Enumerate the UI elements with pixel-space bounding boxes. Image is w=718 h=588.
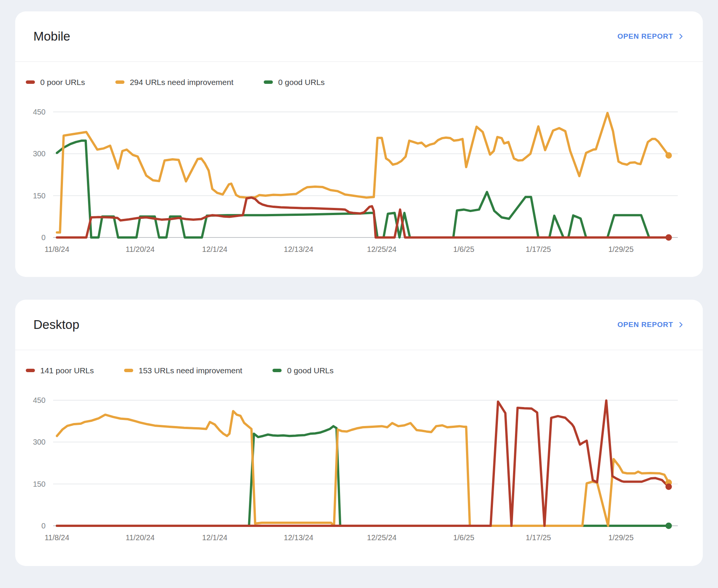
open-report-link[interactable]: OPEN REPORT <box>617 321 685 329</box>
legend-swatch-need-improvement-icon <box>115 80 124 84</box>
legend-label-poor: 141 poor URLs <box>40 366 94 375</box>
y-axis-labels: 0150300450 <box>33 396 46 530</box>
series-poor-URLs <box>57 401 669 526</box>
series-good-URLs <box>57 141 669 237</box>
svg-text:0: 0 <box>41 233 46 242</box>
open-report-label: OPEN REPORT <box>617 32 673 41</box>
legend-swatch-poor-icon <box>26 369 35 372</box>
series-URLs-need-improvement <box>57 113 669 233</box>
legend-item-poor[interactable]: 0 poor URLs <box>26 78 85 87</box>
svg-text:150: 150 <box>33 480 46 488</box>
legend: 141 poor URLs 153 URLs need improvement … <box>15 350 703 379</box>
legend-label-poor: 0 poor URLs <box>40 78 85 87</box>
svg-text:450: 450 <box>33 396 46 404</box>
svg-text:0: 0 <box>41 522 46 530</box>
svg-text:11/20/24: 11/20/24 <box>126 533 154 542</box>
legend-label-need-improvement: 294 URLs need improvement <box>130 78 233 87</box>
series-end-dot-URLs-need-improvement <box>666 152 672 159</box>
chart-canvas: 015030045011/8/2411/20/2412/1/2412/13/24… <box>15 91 703 266</box>
legend-label-good: 0 good URLs <box>287 366 334 375</box>
mobile-card: Mobile OPEN REPORT 0 poor URLs 294 URLs … <box>15 11 703 277</box>
desktop-card-header: Desktop OPEN REPORT <box>15 300 703 350</box>
legend-swatch-good-icon <box>272 369 282 372</box>
svg-text:12/1/24: 12/1/24 <box>202 245 228 253</box>
svg-text:150: 150 <box>33 192 46 200</box>
series-good-URLs <box>57 426 669 526</box>
svg-text:1/17/25: 1/17/25 <box>526 245 551 253</box>
open-report-link[interactable]: OPEN REPORT <box>617 32 685 41</box>
legend-item-need-improvement[interactable]: 153 URLs need improvement <box>124 366 242 375</box>
svg-text:12/1/24: 12/1/24 <box>202 533 228 542</box>
svg-text:12/13/24: 12/13/24 <box>284 533 313 542</box>
svg-text:450: 450 <box>33 108 46 116</box>
mobile-card-header: Mobile OPEN REPORT <box>15 11 703 61</box>
legend-label-good: 0 good URLs <box>278 78 325 87</box>
chart-canvas: 015030045011/8/2411/20/2412/1/2412/13/24… <box>15 379 703 554</box>
legend-swatch-good-icon <box>264 80 273 84</box>
x-axis-labels: 11/8/2411/20/2412/1/2412/13/2412/25/241/… <box>44 245 633 253</box>
svg-text:1/17/25: 1/17/25 <box>526 533 551 542</box>
legend-swatch-need-improvement-icon <box>124 369 133 372</box>
svg-text:11/8/24: 11/8/24 <box>44 533 69 542</box>
legend-label-need-improvement: 153 URLs need improvement <box>139 366 242 375</box>
svg-text:12/25/24: 12/25/24 <box>367 245 397 253</box>
legend-item-good[interactable]: 0 good URLs <box>272 366 334 375</box>
mobile-cwv-line-chart[interactable]: 015030045011/8/2411/20/2412/1/2412/13/24… <box>15 91 703 266</box>
desktop-card: Desktop OPEN REPORT 141 poor URLs 153 UR… <box>15 300 703 566</box>
svg-text:300: 300 <box>33 438 46 446</box>
y-axis-labels: 0150300450 <box>33 108 46 242</box>
legend-item-poor[interactable]: 141 poor URLs <box>26 366 94 375</box>
svg-text:11/20/24: 11/20/24 <box>126 245 154 253</box>
legend: 0 poor URLs 294 URLs need improvement 0 … <box>15 62 703 91</box>
page-title: Mobile <box>33 29 70 44</box>
svg-text:300: 300 <box>33 149 46 158</box>
svg-text:1/29/25: 1/29/25 <box>608 245 634 253</box>
legend-item-need-improvement[interactable]: 294 URLs need improvement <box>115 78 233 87</box>
page-title: Desktop <box>33 318 79 332</box>
chevron-right-icon <box>677 321 685 329</box>
series-end-dot-poor-URLs <box>666 484 672 490</box>
svg-text:12/25/24: 12/25/24 <box>367 533 397 542</box>
svg-text:12/13/24: 12/13/24 <box>284 245 313 253</box>
svg-text:11/8/24: 11/8/24 <box>44 245 69 253</box>
open-report-label: OPEN REPORT <box>617 321 673 329</box>
series-end-dot-poor-URLs <box>666 234 672 241</box>
chevron-right-icon <box>677 33 685 40</box>
svg-text:1/6/25: 1/6/25 <box>453 245 474 253</box>
svg-text:1/29/25: 1/29/25 <box>608 533 634 542</box>
legend-swatch-poor-icon <box>26 80 35 84</box>
svg-text:1/6/25: 1/6/25 <box>453 533 474 542</box>
x-axis-labels: 11/8/2411/20/2412/1/2412/13/2412/25/241/… <box>44 533 633 542</box>
legend-item-good[interactable]: 0 good URLs <box>264 78 325 87</box>
series-end-dot-good-URLs <box>666 523 672 529</box>
desktop-cwv-line-chart[interactable]: 015030045011/8/2411/20/2412/1/2412/13/24… <box>15 379 703 554</box>
series-URLs-need-improvement <box>57 411 669 526</box>
